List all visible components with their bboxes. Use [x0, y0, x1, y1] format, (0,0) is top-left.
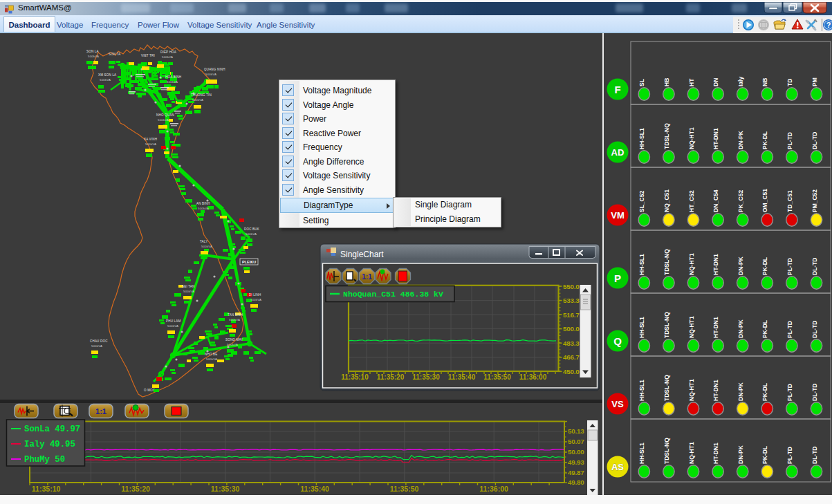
svg-text:Q: Q — [613, 335, 622, 347]
svg-text:DI LINH: DI LINH — [249, 293, 261, 297]
svg-text:DL-TD: DL-TD — [811, 321, 818, 339]
svg-text:PL-TD: PL-TD — [786, 447, 793, 464]
svg-text:XA VINH: XA VINH — [144, 138, 157, 141]
svg-text:11:35:30: 11:35:30 — [211, 485, 240, 493]
svg-text:PL-TD: PL-TD — [786, 258, 793, 275]
svg-text:DL-TD: DL-TD — [811, 258, 818, 276]
svg-text:TALY: TALY — [200, 240, 207, 243]
svg-text:11:35:40: 11:35:40 — [300, 485, 329, 493]
svg-text:Ialy 49.95: Ialy 49.95 — [24, 440, 75, 449]
svg-text:SONG MAY: SONG MAY — [225, 338, 243, 342]
svg-text:PL-TD: PL-TD — [786, 321, 793, 338]
svg-text:PK-DL: PK-DL — [761, 131, 768, 149]
svg-text:533.3: 533.3 — [563, 297, 580, 304]
svg-text:?: ? — [826, 21, 831, 29]
svg-text:DN-PK: DN-PK — [737, 382, 744, 401]
svg-text:SL: SL — [638, 79, 645, 86]
svg-text:AS: AS — [611, 462, 624, 472]
svg-text:VIET TRI: VIET TRI — [141, 54, 155, 57]
svg-text:SonLa 49.97: SonLa 49.97 — [24, 424, 80, 434]
svg-text:11:35:20: 11:35:20 — [377, 373, 405, 381]
svg-text:TDSL-NQ: TDSL-NQ — [663, 312, 670, 338]
svg-text:HT-DN1: HT-DN1 — [712, 128, 719, 149]
svg-text:AN BINH: AN BINH — [196, 202, 210, 205]
svg-text:DL-TD: DL-TD — [811, 132, 818, 150]
svg-text:50.07: 50.07 — [568, 438, 584, 445]
svg-text:DN-PK: DN-PK — [737, 319, 744, 338]
svg-text:11:35:20: 11:35:20 — [121, 485, 150, 493]
svg-text:11:35:50: 11:35:50 — [390, 485, 419, 493]
svg-text:HT-DN1: HT-DN1 — [712, 317, 719, 338]
svg-text:500kVA: 500kVA — [227, 343, 238, 346]
svg-text:DN-PK: DN-PK — [737, 256, 744, 275]
svg-text:466.7: 466.7 — [563, 353, 580, 361]
svg-text:1:1: 1:1 — [95, 407, 107, 416]
svg-text:483.3: 483.3 — [563, 339, 580, 347]
svg-text:DIEP HOA: DIEP HOA — [160, 50, 176, 54]
svg-text:500kVA: 500kVA — [167, 324, 178, 328]
svg-text:500kVA: 500kVA — [88, 55, 99, 58]
svg-text:500kVA: 500kVA — [145, 142, 156, 146]
svg-text:500kVA: 500kVA — [91, 344, 102, 348]
svg-text:11:35:40: 11:35:40 — [448, 373, 476, 381]
svg-text:XM SON LA: XM SON LA — [98, 73, 116, 77]
svg-text:NQ-HT1: NQ-HT1 — [688, 442, 695, 464]
svg-text:DN_C54: DN_C54 — [712, 189, 719, 212]
svg-text:HT: HT — [688, 78, 695, 86]
svg-text:550.0: 550.0 — [563, 283, 580, 290]
svg-text:49.80: 49.80 — [568, 478, 584, 486]
svg-text:DN-PK: DN-PK — [737, 445, 744, 464]
svg-text:TD: TD — [786, 79, 793, 86]
svg-text:500kVA: 500kVA — [198, 207, 209, 210]
svg-text:NhoQuan_C51 486.38 kV: NhoQuan_C51 486.38 kV — [343, 290, 443, 299]
svg-text:HOA BINH: HOA BINH — [165, 75, 181, 79]
svg-text:49.87: 49.87 — [568, 469, 584, 476]
svg-text:PL-TD: PL-TD — [786, 384, 793, 401]
svg-text:500kVA: 500kVA — [192, 98, 203, 102]
svg-text:HT-DN1: HT-DN1 — [712, 254, 719, 275]
svg-text:11:35:10: 11:35:10 — [32, 485, 61, 493]
svg-text:TDSL-NQ: TDSL-NQ — [663, 249, 670, 275]
svg-text:11:35:10: 11:35:10 — [341, 373, 369, 381]
svg-text:SON TA: SON TA — [109, 53, 121, 56]
svg-text:500kVA: 500kVA — [250, 298, 261, 301]
svg-text:DL-TD: DL-TD — [811, 384, 818, 402]
svg-text:11:35:30: 11:35:30 — [412, 373, 440, 381]
svg-text:SEI TAN: SEI TAN — [182, 285, 195, 288]
svg-text:PM: PM — [811, 77, 818, 86]
svg-text:50.00: 50.00 — [568, 448, 584, 456]
svg-text:500kVA: 500kVA — [205, 73, 216, 76]
svg-text:VM: VM — [611, 210, 625, 221]
svg-text:SL_C52: SL_C52 — [638, 191, 645, 212]
svg-text:F: F — [614, 84, 620, 95]
svg-text:NQ_C51: NQ_C51 — [663, 189, 670, 212]
svg-text:PL-TD: PL-TD — [786, 132, 793, 149]
svg-text:SingleChart: SingleChart — [340, 250, 384, 259]
svg-text:PK-DL: PK-DL — [761, 257, 768, 275]
svg-text:HB: HB — [663, 78, 670, 86]
svg-text:NQ-HT1: NQ-HT1 — [688, 253, 695, 275]
svg-text:SON LA: SON LA — [86, 50, 99, 53]
svg-text:PHU LAM: PHU LAM — [166, 319, 181, 323]
svg-text:500kVA: 500kVA — [206, 357, 217, 361]
svg-text:49.93: 49.93 — [568, 458, 584, 466]
svg-text:11:36:00: 11:36:00 — [479, 485, 508, 493]
svg-text:OM_C51: OM_C51 — [761, 189, 768, 212]
svg-text:Ialy: Ialy — [737, 77, 744, 86]
svg-text:DN: DN — [712, 78, 719, 86]
svg-text:TDSL-NQ: TDSL-NQ — [663, 375, 670, 401]
svg-text:DN-PK: DN-PK — [737, 130, 744, 149]
svg-text:HH-SL1: HH-SL1 — [638, 254, 645, 275]
svg-text:PK-DL: PK-DL — [761, 446, 768, 464]
svg-text:THUONG TIN: THUONG TIN — [191, 93, 212, 97]
svg-text:PhuMy 50: PhuMy 50 — [24, 455, 65, 465]
svg-text:450.0: 450.0 — [563, 368, 580, 375]
svg-text:NHO QUAN: NHO QUAN — [156, 113, 174, 117]
svg-text:500kVA: 500kVA — [100, 78, 111, 82]
svg-text:O MON: O MON — [144, 389, 155, 392]
svg-text:CHAU DOC: CHAU DOC — [90, 339, 108, 343]
svg-text:P: P — [614, 272, 621, 284]
svg-text:HH-SL1: HH-SL1 — [638, 128, 645, 149]
svg-text:PK_C52: PK_C52 — [737, 190, 744, 212]
svg-text:HH-SL1: HH-SL1 — [638, 380, 645, 401]
